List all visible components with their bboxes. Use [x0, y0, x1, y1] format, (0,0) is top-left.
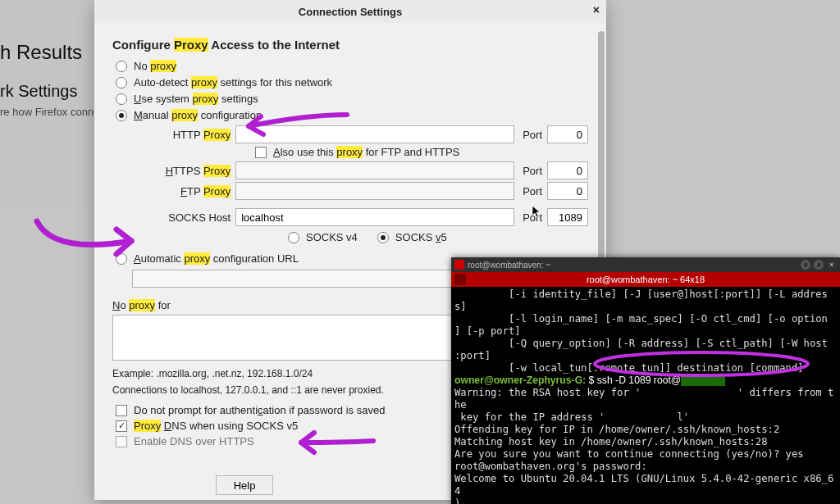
https-port-input[interactable]	[547, 161, 588, 179]
terminal-icon	[454, 274, 466, 285]
ftp-proxy-input[interactable]	[235, 182, 514, 200]
socks-port-input[interactable]	[547, 208, 588, 226]
dialog-title: Connection Settings	[299, 6, 402, 18]
mouse-cursor-icon	[532, 205, 541, 218]
http-port-input[interactable]	[547, 125, 588, 143]
maximize-icon[interactable]: ∧	[814, 260, 824, 270]
radio-socks-v5[interactable]: SOCKS v5	[374, 231, 447, 243]
no-proxy-label: No proxy for	[112, 299, 171, 311]
dialog-titlebar: Connection Settings ×	[94, 0, 606, 23]
terminal-title: root@wombathaven: ~ 64x18	[587, 275, 705, 284]
minimize-icon[interactable]: ∨	[801, 260, 810, 270]
https-proxy-label: HTTPS Proxy	[152, 165, 231, 177]
radio-socks-v4[interactable]: SOCKS v4	[285, 231, 358, 243]
close-icon[interactable]: ×	[593, 3, 600, 16]
socks-host-label: SOCKS Host	[152, 211, 231, 224]
terminal-tab-bar[interactable]: root@wombathaven: ~ ∨ ∧ ×	[451, 257, 840, 272]
socks-host-input[interactable]	[235, 208, 514, 226]
help-button[interactable]: Help	[216, 475, 273, 495]
close-window-icon[interactable]: ×	[827, 260, 837, 270]
terminal-body[interactable]: [-i identity_file] [-J [user@]host[:port…	[451, 287, 840, 504]
terminal-title-bar: root@wombathaven: ~ 64x18	[451, 272, 840, 287]
section-heading: Configure Proxy Access to the Internet	[112, 38, 588, 52]
also-use-checkbox[interactable]: Also use this proxy for FTP and HTTPS	[252, 146, 588, 158]
ftp-port-input[interactable]	[547, 182, 588, 200]
radio-system-proxy[interactable]: Use system proxy settings	[112, 93, 588, 105]
terminal-window: root@wombathaven: ~ ∨ ∧ × root@wombathav…	[451, 257, 840, 504]
https-proxy-input[interactable]	[235, 161, 514, 179]
http-proxy-label: HTTP Proxy	[152, 129, 231, 141]
scrollbar-thumb[interactable]	[598, 31, 605, 261]
terminal-tab-title: root@wombathaven: ~	[468, 261, 550, 270]
radio-no-proxy[interactable]: No proxy	[112, 60, 588, 72]
port-label: Port	[523, 129, 542, 141]
terminal-app-icon	[454, 260, 464, 270]
radio-manual-proxy[interactable]: Manual proxy configuration	[112, 109, 588, 121]
ftp-proxy-label: FTP Proxy	[152, 185, 231, 198]
radio-auto-detect[interactable]: Auto-detect proxy settings for this netw…	[112, 76, 588, 89]
http-proxy-input[interactable]	[235, 125, 514, 143]
